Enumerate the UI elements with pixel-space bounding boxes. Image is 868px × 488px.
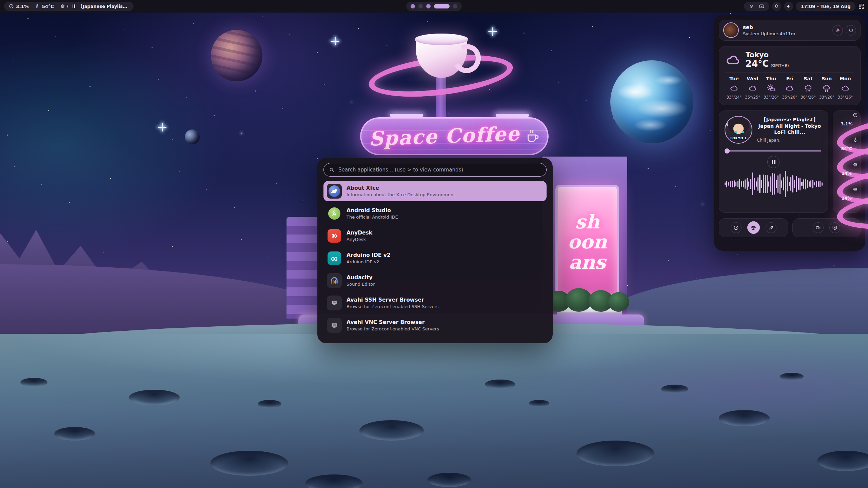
cloud-icon bbox=[785, 84, 794, 93]
gear-icon bbox=[835, 27, 841, 33]
window-neon-text: sh bbox=[575, 213, 599, 231]
crater bbox=[719, 410, 770, 426]
window-neon-text: oon bbox=[568, 233, 607, 251]
rain-cloud-icon bbox=[804, 84, 813, 93]
cloud-icon bbox=[730, 84, 738, 93]
crater bbox=[529, 400, 549, 407]
app-row-audacity[interactable]: AudacitySound Editor bbox=[323, 270, 547, 291]
cloud-icon bbox=[841, 84, 850, 93]
speedometer-icon bbox=[853, 113, 858, 118]
top-panel: 3.1% 54°C 6.8G 【Japanese Playlist】 J... bbox=[0, 0, 868, 13]
forecast-day: Sun 33°/26° bbox=[818, 76, 835, 100]
crater bbox=[210, 451, 288, 476]
xfce-app-icon bbox=[327, 184, 342, 199]
power-icon bbox=[848, 27, 854, 33]
cpu-gauge: 3.1% bbox=[835, 113, 858, 136]
app-row-avahi-ssh[interactable]: Avahi SSH Server BrowserBrowse for Zeroc… bbox=[323, 293, 547, 313]
temp-gauge: 54°C bbox=[835, 138, 858, 160]
app-row-arduino[interactable]: ∞ Arduino IDE v2Arduino IDE v2 bbox=[323, 248, 547, 268]
powersave-profile-button[interactable] bbox=[766, 222, 776, 233]
uptime-text: System Uptime: 4h11m bbox=[743, 31, 795, 36]
search-input[interactable] bbox=[338, 167, 541, 173]
workspace-indicator[interactable] bbox=[406, 2, 462, 11]
speedometer-icon bbox=[733, 225, 739, 230]
app-row-avahi-vnc[interactable]: Avahi VNC Server BrowserBrowse for Zeroc… bbox=[323, 315, 547, 336]
disk-icon bbox=[853, 187, 858, 192]
app-row-anydesk[interactable]: AnyDeskAnyDesk bbox=[323, 226, 547, 246]
avahi-ssh-icon bbox=[327, 296, 342, 310]
thermometer-icon bbox=[35, 4, 40, 9]
crater bbox=[129, 390, 180, 405]
performance-profile-button[interactable] bbox=[731, 222, 742, 233]
window-neon-text: ans bbox=[569, 253, 606, 271]
media-pill[interactable]: 【Japanese Playlist】 J... bbox=[68, 2, 134, 11]
app-row-about-xfce[interactable]: About XfceInformation about the Xfce Des… bbox=[323, 181, 547, 201]
crater bbox=[359, 420, 424, 441]
chip-icon bbox=[853, 162, 858, 167]
weather-city: Tokyo bbox=[746, 51, 789, 59]
track-artist: Chill Japan. bbox=[757, 138, 823, 143]
seek-knob[interactable] bbox=[725, 148, 730, 154]
desktop: Space Coffee sh oon ans bbox=[0, 0, 868, 488]
crater bbox=[576, 441, 654, 466]
crater bbox=[20, 378, 47, 387]
cpu-stat: 3.1% bbox=[9, 4, 28, 9]
volume-button[interactable] bbox=[784, 2, 793, 11]
tray-apps-pill bbox=[744, 2, 769, 11]
neon-sign: Space Coffee bbox=[360, 117, 549, 155]
clock-text: 17:09 - Tue, 19 Aug bbox=[801, 4, 851, 9]
forecast-day: Wed 35°/25° bbox=[744, 76, 762, 100]
balanced-profile-button[interactable] bbox=[747, 221, 760, 234]
overview-grid-icon[interactable] bbox=[858, 3, 865, 9]
screenshot-button[interactable] bbox=[829, 222, 840, 233]
bush bbox=[608, 292, 629, 312]
settings-button[interactable] bbox=[832, 25, 843, 36]
claw-icon[interactable] bbox=[749, 4, 754, 9]
power-profiles-card bbox=[719, 218, 788, 237]
notifications-button[interactable] bbox=[772, 2, 781, 11]
bell-icon bbox=[774, 4, 779, 9]
temp-value: 54°C bbox=[42, 4, 54, 9]
crater bbox=[258, 400, 281, 408]
forecast-day: Tue 33°/24° bbox=[725, 76, 743, 100]
forecast-day: Mon 33°/26° bbox=[836, 76, 854, 100]
seek-bar[interactable] bbox=[725, 148, 823, 154]
clock-pill[interactable]: 17:09 - Tue, 19 Aug bbox=[796, 2, 855, 11]
anydesk-icon bbox=[327, 228, 342, 243]
forecast-day: Sat 36°/26° bbox=[800, 76, 817, 100]
username: seb bbox=[743, 24, 795, 30]
search-bar[interactable] bbox=[323, 163, 547, 177]
chip-icon bbox=[60, 4, 65, 9]
workspace-dot-occupied[interactable] bbox=[411, 4, 415, 8]
screen-record-button[interactable] bbox=[813, 222, 824, 233]
power-button[interactable] bbox=[846, 25, 856, 36]
tray-area: 17:09 - Tue, 19 Aug bbox=[744, 2, 865, 11]
divider bbox=[725, 73, 854, 73]
workspace-dot-active[interactable] bbox=[434, 4, 450, 8]
screenshot-monitor-icon bbox=[832, 225, 837, 230]
app-row-android-studio[interactable]: Android StudioThe official Android IDE bbox=[323, 203, 547, 224]
android-studio-icon bbox=[327, 206, 342, 221]
scales-icon bbox=[750, 225, 756, 231]
forecast-day: Fri 35°/26° bbox=[781, 76, 798, 100]
crater bbox=[661, 385, 688, 393]
system-gauges-card: 3.1% 54°C 14% 24% bbox=[833, 110, 861, 213]
speaker-icon bbox=[786, 4, 791, 9]
cpu-value: 3.1% bbox=[16, 4, 28, 9]
pause-icon bbox=[73, 4, 75, 8]
search-icon bbox=[329, 167, 335, 173]
crater bbox=[427, 473, 471, 487]
forecast-day: Thu 33°/26° bbox=[762, 76, 780, 100]
workspace-dot-empty[interactable] bbox=[418, 4, 423, 8]
weather-card: Tokyo 24°C (GMT+9) Tue 33°/24° Wed bbox=[719, 46, 861, 105]
play-pause-button[interactable] bbox=[767, 156, 780, 168]
disk-gauge: 24% bbox=[835, 187, 858, 210]
workspace-dot-occupied[interactable] bbox=[426, 4, 431, 8]
workspace-dot-empty[interactable] bbox=[453, 4, 457, 8]
media-pill-title: 【Japanese Playlist】 J... bbox=[78, 3, 129, 9]
temp-stat: 54°C bbox=[35, 4, 54, 9]
audacity-icon bbox=[327, 273, 342, 288]
album-art: TOKYO L bbox=[725, 116, 752, 144]
leaf-icon bbox=[768, 225, 774, 230]
screenshot-tray-icon[interactable] bbox=[759, 3, 765, 9]
